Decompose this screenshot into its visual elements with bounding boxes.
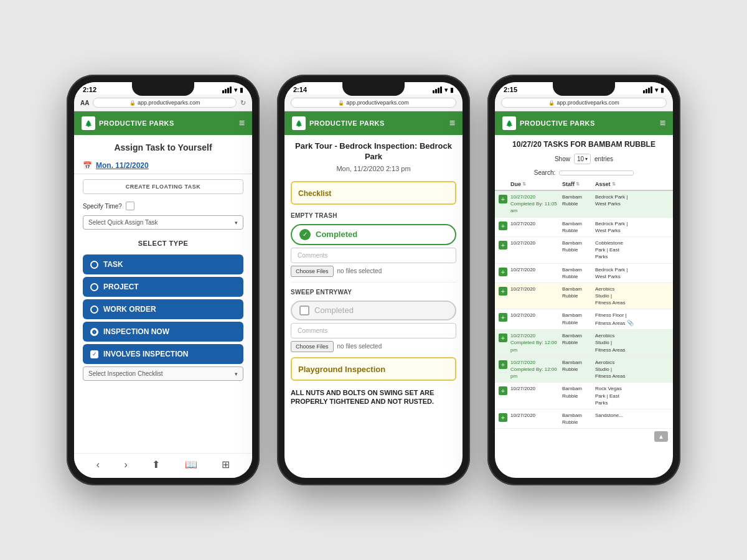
status-icons-1: ▾ ▮: [222, 86, 243, 93]
type-project-btn[interactable]: PROJECT: [83, 277, 243, 297]
choose-files-btn-1[interactable]: Choose Files: [291, 266, 334, 277]
hamburger-menu-1[interactable]: ≡: [239, 118, 245, 129]
assign-task-heading: Assign Task to Yourself: [74, 135, 252, 157]
plus-btn[interactable]: +: [499, 222, 507, 230]
due-cell: 10/27/2020: [510, 220, 560, 227]
search-input[interactable]: [559, 170, 634, 175]
calendar-icon: 📅: [83, 161, 92, 170]
selected-date[interactable]: Mon. 11/2/2020: [96, 161, 149, 170]
share-btn-1[interactable]: ⬆: [152, 459, 160, 470]
check-empty-icon: [299, 306, 309, 315]
table-row[interactable]: +10/27/2020Bambam RubbleAerobics Studio …: [495, 283, 673, 310]
staff-cell: Bambam Rubble: [562, 240, 593, 253]
app-header-3: 🌲 PRODUCTIVE PARKS ≡: [495, 111, 673, 135]
wifi-icon-2: ▾: [444, 86, 448, 93]
due-cell: 10/27/2020: [510, 412, 560, 419]
browser-url-2[interactable]: 🔒 app.productiveparks.com: [291, 98, 456, 108]
empty-trash-completed-text: Completed: [316, 230, 357, 239]
radio-workorder: [90, 306, 98, 314]
checklist-section-box: Checklist: [291, 181, 456, 205]
choose-files-btn-2[interactable]: Choose Files: [291, 341, 334, 352]
back-btn-1[interactable]: ‹: [96, 459, 100, 470]
empty-trash-comments[interactable]: Comments: [291, 248, 456, 263]
table-row[interactable]: +10/27/2020 Completed By: 12:00 pmBambam…: [495, 330, 673, 357]
hamburger-menu-2[interactable]: ≡: [449, 118, 455, 129]
entries-select[interactable]: 10 ▾: [574, 154, 591, 164]
asset-cell: Bedrock Park | West Parks: [595, 194, 669, 207]
phone-3: 2:15 ▾ ▮ 🔒 app.productiveparks.com: [487, 75, 680, 485]
table-row[interactable]: +10/27/2020Bambam RubbleFitness Floor | …: [495, 309, 673, 330]
time-1: 2:12: [83, 86, 96, 93]
inspection-checklist-select[interactable]: Select Inspection Checklist ▾: [83, 366, 243, 381]
create-floating-task-btn[interactable]: CREATE FLOATING TASK: [83, 179, 243, 194]
phones-container: 2:12 ▾ ▮ AA 🔒 app.pr: [48, 56, 699, 504]
paperclip-icon: 📎: [625, 320, 634, 326]
type-involves-inspection-btn[interactable]: ✓ INVOLVES INSPECTION: [83, 344, 243, 364]
phone-2-content: Park Tour - Bedrock Inspection: Bedrock …: [284, 135, 463, 478]
app-logo-1: 🌲: [82, 116, 95, 130]
sort-due[interactable]: ⇅: [522, 182, 526, 187]
forward-btn-1[interactable]: ›: [125, 459, 128, 470]
col-due: Due ⇅: [510, 181, 560, 187]
browser-url-1[interactable]: 🔒 app.productiveparks.com: [93, 98, 237, 108]
due-cell: 10/27/2020: [510, 312, 560, 319]
asset-cell: Aerobics Studio | Fitness Areas: [595, 332, 669, 353]
time-3: 2:15: [504, 86, 517, 93]
quick-assign-select[interactable]: Select Quick Assign Task ▾: [83, 215, 243, 230]
table-row[interactable]: +10/27/2020Bambam RubbleBedrock Park | W…: [495, 218, 673, 237]
scroll-top-btn[interactable]: ▲: [654, 431, 668, 442]
type-inspection-btn[interactable]: INSPECTION NOW: [83, 322, 243, 342]
sort-staff[interactable]: ⇅: [576, 182, 580, 187]
app-header-2: 🌲 PRODUCTIVE PARKS ≡: [284, 111, 463, 135]
plus-btn[interactable]: +: [499, 386, 507, 395]
reload-btn-1[interactable]: ↻: [240, 99, 246, 107]
empty-trash-completed-row[interactable]: ✓ Completed: [291, 224, 456, 245]
bookmarks-btn-1[interactable]: 📖: [185, 459, 197, 470]
specify-time-checkbox[interactable]: [126, 202, 134, 210]
staff-cell: Bambam Rubble: [562, 220, 593, 234]
playground-nuts-text: ALL NUTS AND BOLTS ON SWING SET ARE PROP…: [284, 385, 463, 410]
sort-asset[interactable]: ⇅: [612, 182, 616, 187]
table-row[interactable]: +10/27/2020Bambam RubbleSandstone...: [495, 409, 673, 429]
tour-date: Mon, 11/2/2020 2:13 pm: [284, 165, 463, 177]
plus-btn[interactable]: +: [499, 413, 507, 422]
table-row[interactable]: +10/27/2020Bambam RubbleCobblestone Park…: [495, 237, 673, 264]
browser-bar-1: AA 🔒 app.productiveparks.com ↻: [74, 95, 252, 111]
due-cell: 10/27/2020: [510, 385, 560, 392]
sweep-entryway-completed-text: Completed: [314, 306, 354, 315]
no-file-label-2: no files selected: [337, 343, 382, 350]
tabs-btn-1[interactable]: ⊞: [222, 459, 230, 470]
plus-btn[interactable]: +: [499, 360, 507, 369]
checkbox-involves-inspection: ✓: [90, 350, 98, 358]
check-completed-icon: ✓: [299, 229, 311, 240]
empty-trash-file-row: Choose Files no files selected: [291, 266, 456, 277]
plus-btn[interactable]: +: [499, 241, 507, 250]
notch-3: [553, 82, 615, 96]
table-row[interactable]: +10/27/2020 Completed By: 12:00 pmBambam…: [495, 357, 673, 383]
plus-btn[interactable]: +: [499, 287, 507, 296]
plus-btn[interactable]: +: [499, 313, 507, 322]
sweep-entryway-file-row: Choose Files no files selected: [291, 341, 456, 352]
plus-btn[interactable]: +: [499, 334, 507, 342]
plus-btn[interactable]: +: [499, 268, 507, 276]
task-table-body: +10/27/2020 Completed By: 11:05 amBambam…: [495, 191, 673, 429]
table-row[interactable]: +10/27/2020Bambam RubbleBedrock Park | W…: [495, 264, 673, 283]
sweep-entryway-completed-row[interactable]: Completed: [291, 301, 456, 320]
divider-1: [291, 282, 456, 282]
app-title-3: PRODUCTIVE PARKS: [520, 119, 595, 127]
hamburger-menu-3[interactable]: ≡: [660, 118, 665, 129]
table-header: Due ⇅ Staff ⇅ Asset ⇅: [495, 179, 673, 191]
type-task-btn[interactable]: TASK: [83, 254, 243, 274]
asset-cell: Bedrock Park | West Parks: [595, 220, 669, 234]
type-workorder-btn[interactable]: WORK ORDER: [83, 299, 243, 319]
chevron-down-icon: ▾: [235, 220, 238, 226]
table-row[interactable]: +10/27/2020 Completed By: 11:05 amBambam…: [495, 191, 673, 218]
browser-bar-2: 🔒 app.productiveparks.com: [284, 95, 463, 111]
time-2: 2:14: [293, 86, 307, 93]
staff-cell: Bambam Rubble: [562, 385, 593, 399]
table-row[interactable]: +10/27/2020Bambam RubbleRock Vegas Park …: [495, 383, 673, 409]
search-row: Search:: [495, 167, 673, 179]
sweep-entryway-comments[interactable]: Comments: [291, 323, 456, 338]
plus-btn[interactable]: +: [499, 195, 507, 203]
browser-url-3[interactable]: 🔒 app.productiveparks.com: [501, 98, 667, 108]
